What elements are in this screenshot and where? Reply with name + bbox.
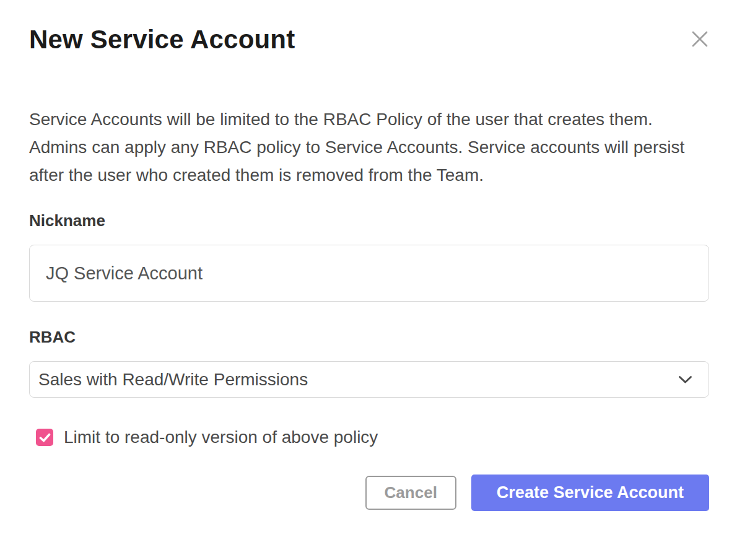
chevron-down-icon	[678, 375, 692, 384]
create-service-account-button[interactable]: Create Service Account	[471, 475, 709, 511]
description-text: Service Accounts will be limited to the …	[29, 105, 709, 189]
modal-header: New Service Account	[29, 0, 709, 55]
read-only-checkbox-row[interactable]: Limit to read-only version of above poli…	[29, 427, 709, 447]
close-icon	[691, 41, 709, 50]
nickname-input[interactable]	[29, 245, 709, 302]
read-only-checkbox[interactable]	[36, 429, 53, 446]
close-button[interactable]	[691, 30, 709, 48]
modal-footer: Cancel Create Service Account	[29, 475, 709, 511]
cancel-button[interactable]: Cancel	[365, 476, 456, 510]
new-service-account-modal: New Service Account Service Accounts wil…	[0, 0, 737, 560]
rbac-label: RBAC	[29, 328, 709, 346]
page-title: New Service Account	[29, 25, 295, 55]
rbac-select[interactable]: Sales with Read/Write Permissions	[29, 361, 709, 398]
read-only-checkbox-label: Limit to read-only version of above poli…	[64, 427, 378, 447]
rbac-selected-value: Sales with Read/Write Permissions	[38, 370, 308, 390]
check-icon	[39, 433, 51, 442]
nickname-label: Nickname	[29, 211, 709, 230]
